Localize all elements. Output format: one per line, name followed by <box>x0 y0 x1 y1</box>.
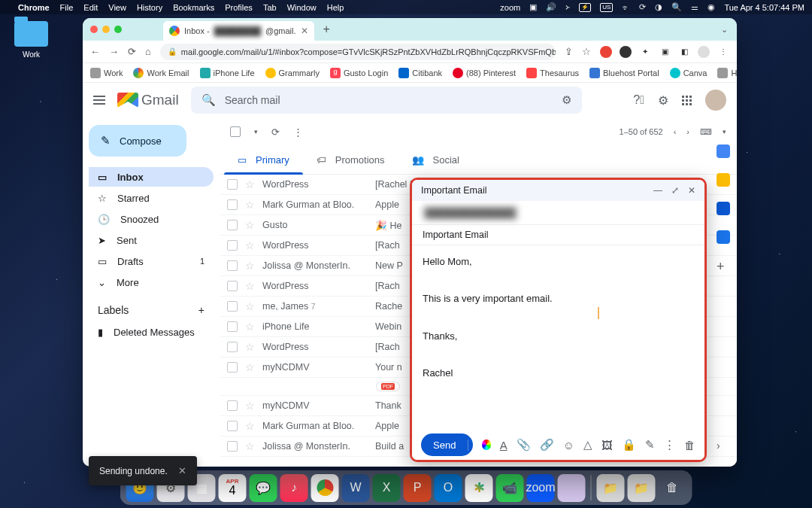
row-checkbox[interactable] <box>227 281 238 291</box>
row-checkbox[interactable] <box>227 441 238 452</box>
row-star-icon[interactable]: ☆ <box>245 239 255 251</box>
row-checkbox[interactable] <box>227 199 238 210</box>
bookmark-grammarly[interactable]: Grammarly <box>265 68 320 78</box>
insert-photo-icon[interactable]: 🖼 <box>601 439 613 452</box>
extension-icon[interactable] <box>620 46 632 58</box>
bookmark-hidden-gems[interactable]: Hidden Gems <box>717 68 737 78</box>
compose-close-icon[interactable]: ✕ <box>688 185 695 196</box>
dock-slack[interactable]: ✱ <box>465 474 493 502</box>
page-prev-icon[interactable]: ‹ <box>674 127 677 136</box>
bookmark-gusto[interactable]: gGusto Login <box>330 68 388 78</box>
row-checkbox[interactable] <box>227 301 238 312</box>
menubar-app-name[interactable]: Chrome <box>18 3 50 12</box>
input-tools-icon[interactable]: ⌨ <box>700 127 712 137</box>
sidepanel-icon[interactable]: ◧ <box>678 46 690 58</box>
bookmark-star-icon[interactable]: ☆ <box>582 46 591 57</box>
nav-reload-icon[interactable]: ⟳ <box>128 46 136 57</box>
bookmark-pinterest[interactable]: (88) Pinterest <box>453 68 516 78</box>
sync-icon[interactable]: ⟳ <box>639 2 646 12</box>
row-checkbox[interactable] <box>227 220 238 230</box>
hide-side-panel-icon[interactable]: › <box>717 440 730 453</box>
row-checkbox[interactable] <box>227 342 238 352</box>
row-star-icon[interactable]: ☆ <box>245 178 255 190</box>
dock-outlook[interactable]: O <box>435 474 462 502</box>
menu-edit[interactable]: Edit <box>83 3 98 12</box>
dock-excel[interactable]: X <box>373 474 401 502</box>
row-checkbox[interactable] <box>227 400 238 411</box>
compose-button[interactable]: ✎ Compose <box>89 125 186 157</box>
control-center-icon[interactable]: ⚌ <box>691 2 698 12</box>
volume-icon[interactable]: 🔊 <box>546 2 556 12</box>
select-all-checkbox[interactable] <box>230 126 241 137</box>
gmail-logo[interactable]: Gmail <box>117 92 179 108</box>
tab-primary[interactable]: ▭Primary <box>224 146 303 174</box>
sidebar-item-starred[interactable]: ☆Starred <box>89 188 214 208</box>
desktop-folder-work[interactable]: Work <box>11 21 52 59</box>
more-actions-icon[interactable]: ⋮ <box>293 126 303 138</box>
formatting-color-icon[interactable] <box>482 440 490 450</box>
snackbar-close-icon[interactable]: ✕ <box>178 465 186 476</box>
dock-app-generic[interactable] <box>558 474 586 502</box>
bookmark-bluehost[interactable]: Bluehost Portal <box>589 68 659 78</box>
send-button[interactable]: Send ▾ <box>421 433 473 456</box>
bookmark-iphone-life[interactable]: iPhone Life <box>200 68 255 78</box>
attach-file-icon[interactable]: 📎 <box>517 438 531 452</box>
row-star-icon[interactable]: ☆ <box>245 341 255 353</box>
bookmark-thesaurus[interactable]: Thesaurus <box>526 68 579 78</box>
menu-bookmarks[interactable]: Bookmarks <box>173 3 214 12</box>
new-tab-button[interactable]: + <box>323 23 330 36</box>
main-menu-icon[interactable] <box>93 96 105 105</box>
compose-minimize-icon[interactable]: — <box>653 185 662 196</box>
compose-header[interactable]: Important Email — ⤢ ✕ <box>412 180 704 201</box>
tab-close-icon[interactable]: ✕ <box>301 26 308 36</box>
bookmark-citibank[interactable]: Citibank <box>398 68 442 78</box>
extensions-puzzle-icon[interactable]: ✦ <box>639 46 651 58</box>
window-zoom-button[interactable] <box>114 26 122 33</box>
menu-file[interactable]: File <box>60 3 74 12</box>
row-star-icon[interactable]: ☆ <box>245 280 255 292</box>
google-apps-icon[interactable] <box>682 96 692 105</box>
spotlight-icon[interactable]: 🔍 <box>671 2 682 12</box>
refresh-icon[interactable]: ⟳ <box>271 126 280 138</box>
siri-icon[interactable]: ◉ <box>707 2 715 12</box>
menu-view[interactable]: View <box>108 3 126 12</box>
row-checkbox[interactable] <box>227 260 238 271</box>
dock-trash[interactable]: 🗑 <box>659 474 686 502</box>
row-star-icon[interactable]: ☆ <box>245 199 255 211</box>
row-star-icon[interactable]: ☆ <box>245 420 255 432</box>
nav-back-icon[interactable]: ← <box>90 46 100 57</box>
row-star-icon[interactable]: ☆ <box>245 300 255 312</box>
dock-word[interactable]: W <box>342 474 370 502</box>
search-options-icon[interactable]: ⚙ <box>562 93 571 107</box>
compose-to-field[interactable]: ██████████████ <box>412 201 704 225</box>
dock-powerpoint[interactable]: P <box>404 474 432 502</box>
sidebar-item-snoozed[interactable]: 🕒Snoozed <box>89 209 214 229</box>
pdf-attachment-chip[interactable]: PDF <box>376 382 400 391</box>
row-checkbox[interactable] <box>227 321 238 332</box>
confidential-mode-icon[interactable]: 🔒 <box>622 438 636 452</box>
display-icon[interactable]: ◑ <box>655 2 662 12</box>
row-checkbox[interactable] <box>227 421 238 431</box>
browser-tab-inbox[interactable]: Inbox - ████████ @gmail. ✕ <box>163 21 314 41</box>
row-star-icon[interactable]: ☆ <box>245 400 255 412</box>
get-addons-icon[interactable]: + <box>717 259 730 272</box>
sidebar-item-sent[interactable]: ➤Sent <box>89 230 214 250</box>
dock-messages[interactable]: 💬 <box>250 474 277 502</box>
bluetooth-icon[interactable]: ᚛ <box>565 2 570 12</box>
dock-facetime[interactable]: 📹 <box>496 474 524 502</box>
bookmark-work-email[interactable]: Work Email <box>133 68 189 78</box>
row-star-icon[interactable]: ☆ <box>245 440 255 452</box>
settings-gear-icon[interactable]: ⚙ <box>658 93 668 108</box>
tab-overflow-icon[interactable]: ⌄ <box>721 25 728 35</box>
compose-fullscreen-icon[interactable]: ⤢ <box>671 185 679 196</box>
sidebar-item-drafts[interactable]: ▭Drafts1 <box>89 251 214 271</box>
more-options-icon[interactable]: ⋮ <box>664 438 675 452</box>
input-source-icon[interactable]: US <box>600 3 613 12</box>
tasks-addon-icon[interactable] <box>717 202 730 215</box>
page-next-icon[interactable]: › <box>686 127 689 136</box>
support-icon[interactable]: ?⃝ <box>633 93 644 107</box>
nav-home-icon[interactable]: ⌂ <box>145 46 151 57</box>
cast-icon[interactable]: ▣ <box>659 46 671 58</box>
menu-window[interactable]: Window <box>287 3 317 12</box>
input-tools-dropdown-icon[interactable]: ▾ <box>723 128 726 135</box>
